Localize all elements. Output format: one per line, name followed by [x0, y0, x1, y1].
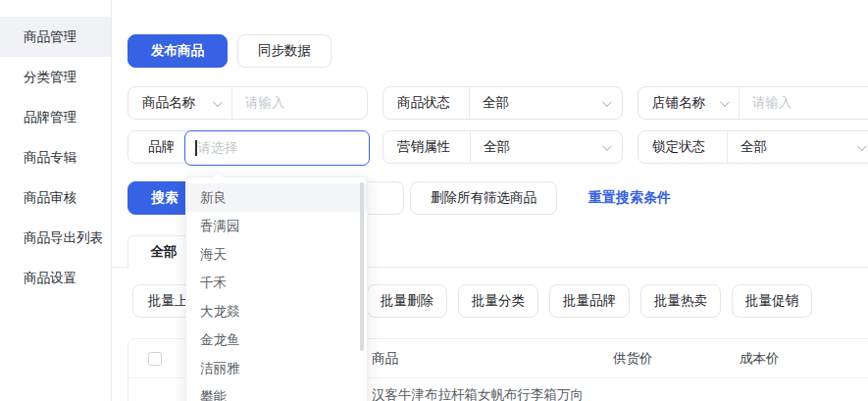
filter-shop-name: 店铺名称 请输入 [638, 86, 868, 120]
lock-status-label: 锁定状态 [638, 131, 727, 163]
filter-brand: 品牌 请选择 [128, 130, 368, 164]
chevron-down-icon [213, 97, 223, 107]
sync-data-button[interactable]: 同步数据 [237, 34, 332, 68]
sidebar-item-product-album[interactable]: 商品专辑 [0, 137, 111, 177]
chevron-down-icon [602, 141, 612, 151]
marketing-attr-value: 全部 [484, 138, 510, 156]
batch-brand-button[interactable]: 批量品牌 [549, 284, 630, 318]
filter-product-name: 商品名称 请输入 [128, 86, 368, 120]
product-status-select[interactable]: 全部 [470, 87, 622, 119]
product-status-value: 全部 [483, 94, 509, 112]
select-all-checkbox[interactable] [148, 352, 162, 366]
column-cost-price: 成本价 [740, 339, 780, 378]
brand-label: 品牌 [128, 131, 184, 163]
text-cursor [195, 140, 197, 156]
batch-category-button[interactable]: 批量分类 [458, 284, 538, 318]
sidebar-item-product-export-list[interactable]: 商品导出列表 [0, 218, 111, 258]
dropdown-option[interactable]: 大龙燚 [186, 297, 367, 326]
dropdown-option[interactable]: 海天 [186, 240, 367, 269]
sidebar-item-product-settings[interactable]: 商品设置 [0, 258, 111, 298]
publish-product-button[interactable]: 发布商品 [128, 34, 228, 68]
filter-row-2: 品牌 请选择 营销属性 全部 锁定状态 全部 [128, 130, 868, 164]
filter-marketing-attr: 营销属性 全部 [383, 130, 623, 164]
dropdown-option[interactable]: 洁丽雅 [186, 354, 367, 382]
brand-placeholder: 请选择 [198, 139, 238, 157]
dropdown-option[interactable]: 新良 [186, 183, 367, 212]
product-name-placeholder: 请输入 [245, 94, 285, 112]
shop-name-field-select[interactable]: 店铺名称 [638, 87, 739, 119]
dropdown-option[interactable]: 千禾 [186, 269, 367, 297]
product-name-cell: 汉客牛津布拉杆箱女帆布行李箱万向 [372, 386, 584, 401]
sidebar-item-product-review[interactable]: 商品审核 [0, 177, 111, 218]
lock-status-value: 全部 [740, 138, 767, 156]
shop-name-label: 店铺名称 [652, 94, 705, 112]
product-status-label: 商品状态 [383, 87, 469, 119]
dropdown-arrow [212, 171, 225, 183]
product-name-field-select[interactable]: 商品名称 [128, 87, 231, 119]
toolbar: 发布商品 同步数据 [128, 34, 332, 68]
chevron-down-icon [602, 97, 612, 107]
chevron-down-icon [857, 141, 867, 151]
product-name-input[interactable]: 请输入 [232, 87, 367, 119]
delete-filtered-products-button[interactable]: 删除所有筛选商品 [410, 181, 557, 215]
sidebar-item-brand-management[interactable]: 品牌管理 [0, 97, 111, 137]
brand-select-input[interactable]: 请选择 [184, 130, 370, 166]
marketing-attr-select[interactable]: 全部 [471, 131, 622, 163]
shop-name-placeholder: 请输入 [752, 94, 792, 112]
reset-search-link[interactable]: 重置搜索条件 [588, 181, 671, 215]
dropdown-option[interactable]: 攀能 [186, 382, 367, 401]
dropdown-scrollbar[interactable] [360, 182, 364, 351]
batch-buttons-group: 批量删除 批量分类 批量品牌 批量热卖 批量促销 [367, 284, 812, 318]
dropdown-option[interactable]: 香满园 [186, 212, 367, 240]
filter-lock-status: 锁定状态 全部 [638, 130, 868, 164]
main-content: 发布商品 同步数据 商品名称 请输入 商品状态 全部 [112, 0, 868, 401]
brand-dropdown-menu: 新良 香满园 海天 千禾 大龙燚 金龙鱼 洁丽雅 攀能 [185, 176, 368, 401]
column-product: 商品 [372, 339, 398, 378]
filter-product-status: 商品状态 全部 [383, 86, 623, 120]
marketing-attr-label: 营销属性 [383, 131, 470, 163]
batch-hot-sale-button[interactable]: 批量热卖 [640, 284, 721, 318]
product-name-label: 商品名称 [142, 94, 195, 112]
batch-delete-button[interactable]: 批量删除 [367, 284, 447, 318]
shop-name-input[interactable]: 请输入 [740, 87, 868, 119]
sidebar: 商品管理 分类管理 品牌管理 商品专辑 商品审核 商品导出列表 商品设置 [0, 0, 112, 401]
lock-status-select[interactable]: 全部 [728, 131, 868, 163]
dropdown-option[interactable]: 金龙鱼 [186, 326, 367, 354]
sidebar-item-category-management[interactable]: 分类管理 [0, 57, 111, 97]
batch-promotion-button[interactable]: 批量促销 [732, 284, 812, 318]
filter-row-1: 商品名称 请输入 商品状态 全部 店铺名称 [128, 86, 868, 120]
sidebar-item-product-management[interactable]: 商品管理 [0, 17, 111, 57]
column-supply-price: 供货价 [613, 339, 653, 378]
chevron-down-icon [720, 97, 730, 107]
